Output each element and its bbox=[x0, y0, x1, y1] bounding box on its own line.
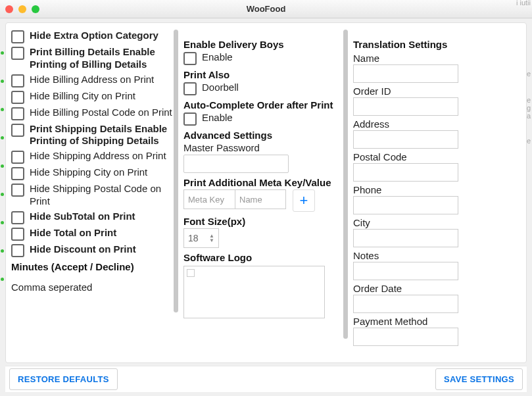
print-option-checkbox[interactable] bbox=[11, 47, 24, 60]
font-size-heading: Font Size(px) bbox=[183, 216, 343, 227]
print-option-label: Hide Shipping Postal Code on Print bbox=[30, 183, 173, 208]
column-translation: Translation Settings NameOrder IDAddress… bbox=[348, 23, 526, 362]
translation-field-label: Payment Method bbox=[353, 316, 521, 327]
translation-field-input[interactable] bbox=[353, 262, 458, 280]
plus-icon: + bbox=[300, 192, 308, 209]
doorbell-label: Doorbell bbox=[202, 82, 239, 94]
delivery-boys-heading: Enable Delivery Boys bbox=[183, 39, 343, 50]
print-option-label: Hide Extra Option Category bbox=[30, 30, 158, 42]
print-option-row: Hide Discount on Print bbox=[11, 243, 173, 257]
print-option-label: Hide Billing Address on Print bbox=[30, 74, 154, 86]
print-option-row: Print Shipping Details Enable Printing o… bbox=[11, 123, 173, 148]
print-option-label: Hide Shipping Address on Print bbox=[30, 150, 166, 162]
print-option-row: Hide Shipping Postal Code on Print bbox=[11, 183, 173, 208]
print-option-checkbox[interactable] bbox=[11, 124, 24, 137]
translation-field-input[interactable] bbox=[353, 64, 458, 83]
minutes-note: Comma seperated bbox=[11, 282, 173, 293]
column-middle-settings: Enable Delivery Boys Enable Print Also D… bbox=[178, 23, 348, 362]
print-option-row: Hide SubTotal on Print bbox=[11, 210, 173, 224]
advanced-settings-heading: Advanced Settings bbox=[183, 130, 343, 141]
print-option-checkbox[interactable] bbox=[11, 107, 24, 120]
print-option-label: Print Shipping Details Enable Printing o… bbox=[30, 123, 173, 148]
print-option-row: Hide Total on Print bbox=[11, 227, 173, 241]
window-title: WooFood bbox=[0, 4, 532, 14]
print-option-row: Hide Billing Address on Print bbox=[11, 74, 173, 87]
print-option-label: Hide Discount on Print bbox=[30, 243, 136, 256]
enable-delivery-label: Enable bbox=[202, 51, 233, 64]
doorbell-checkbox[interactable] bbox=[183, 82, 197, 95]
translation-field-input[interactable] bbox=[353, 328, 458, 346]
translation-field-label: Order Date bbox=[353, 283, 521, 294]
auto-complete-checkbox[interactable] bbox=[183, 112, 197, 126]
translation-field-input[interactable] bbox=[353, 97, 458, 116]
translation-field-input[interactable] bbox=[353, 196, 458, 214]
bg-fragment: i iutii bbox=[516, 0, 531, 7]
print-option-row: Hide Shipping City on Print bbox=[11, 166, 173, 180]
meta-key-input[interactable]: Meta Key bbox=[183, 189, 235, 209]
chevron-down-icon[interactable]: ▼ bbox=[209, 238, 214, 243]
content-area: Hide Extra Option CategoryPrint Billing … bbox=[5, 22, 527, 363]
meta-name-input[interactable]: Name bbox=[235, 189, 286, 209]
font-size-value: 18 bbox=[188, 233, 199, 243]
meta-row: Meta Key Name + bbox=[183, 189, 343, 212]
print-option-label: Hide Billing Postal Code on Print bbox=[30, 107, 172, 119]
auto-complete-heading: Auto-Complete Order after Print bbox=[183, 99, 343, 111]
print-option-row: Hide Shipping Address on Print bbox=[11, 150, 173, 164]
translation-field-label: Address bbox=[353, 118, 521, 130]
auto-complete-label: Enable bbox=[202, 112, 233, 124]
meta-heading: Print Additional Meta Key/Value bbox=[183, 177, 343, 188]
scrollbar-col2[interactable] bbox=[343, 23, 348, 351]
bg-fragment: ega bbox=[527, 96, 531, 120]
bg-fragment: e bbox=[527, 137, 531, 145]
master-password-label: Master Password bbox=[183, 142, 343, 153]
close-icon[interactable] bbox=[5, 5, 13, 13]
print-option-checkbox[interactable] bbox=[11, 244, 24, 257]
titlebar: WooFood i iutii bbox=[0, 0, 532, 18]
translation-field-label: Postal Code bbox=[353, 151, 521, 162]
column-print-options: Hide Extra Option CategoryPrint Billing … bbox=[6, 23, 178, 362]
print-option-row: Hide Billing City on Print bbox=[11, 90, 173, 104]
print-option-checkbox[interactable] bbox=[11, 91, 24, 104]
print-option-checkbox[interactable] bbox=[11, 74, 24, 87]
print-option-label: Hide SubTotal on Print bbox=[30, 210, 135, 223]
software-logo-box[interactable] bbox=[183, 266, 325, 318]
print-option-checkbox[interactable] bbox=[11, 211, 24, 224]
print-also-heading: Print Also bbox=[183, 69, 343, 80]
master-password-input[interactable] bbox=[183, 155, 289, 173]
translation-field-label: Notes bbox=[353, 250, 521, 261]
translation-field-input[interactable] bbox=[353, 229, 458, 247]
print-option-checkbox[interactable] bbox=[11, 167, 24, 180]
print-option-checkbox[interactable] bbox=[11, 30, 24, 43]
font-size-stepper[interactable]: 18 ▲ ▼ bbox=[183, 228, 219, 248]
translation-field-label: Name bbox=[353, 53, 521, 64]
print-option-label: Hide Shipping City on Print bbox=[30, 166, 147, 179]
print-option-label: Hide Total on Print bbox=[30, 227, 116, 239]
print-option-label: Hide Billing City on Print bbox=[30, 90, 135, 103]
print-option-row: Print Billing Details Enable Printing of… bbox=[11, 46, 173, 71]
enable-delivery-checkbox[interactable] bbox=[183, 52, 197, 65]
translation-field-label: City bbox=[353, 217, 521, 228]
print-option-checkbox[interactable] bbox=[11, 184, 24, 197]
print-option-row: Hide Billing Postal Code on Print bbox=[11, 107, 173, 120]
decorative-dots bbox=[0, 22, 5, 396]
window-controls bbox=[5, 5, 39, 13]
logo-placeholder bbox=[187, 269, 195, 277]
translation-field-input[interactable] bbox=[353, 163, 458, 182]
print-option-checkbox[interactable] bbox=[11, 151, 24, 164]
stepper-arrows: ▲ ▼ bbox=[209, 234, 214, 243]
print-option-checkbox[interactable] bbox=[11, 228, 24, 241]
scrollbar-col1[interactable] bbox=[174, 23, 178, 351]
add-meta-button[interactable]: + bbox=[293, 189, 315, 212]
bg-fragment: e bbox=[527, 70, 531, 78]
minimize-icon[interactable] bbox=[18, 5, 26, 13]
software-logo-heading: Software Logo bbox=[183, 252, 343, 263]
maximize-icon[interactable] bbox=[32, 5, 39, 13]
translation-field-input[interactable] bbox=[353, 130, 458, 149]
translation-heading: Translation Settings bbox=[353, 39, 521, 50]
translation-field-input[interactable] bbox=[353, 295, 458, 313]
translation-field-label: Order ID bbox=[353, 86, 521, 97]
restore-defaults-button[interactable]: RESTORE DEFAULTS bbox=[9, 368, 118, 390]
translation-field-label: Phone bbox=[353, 184, 521, 195]
footer: RESTORE DEFAULTS SAVE SETTINGS bbox=[5, 366, 527, 392]
save-settings-button[interactable]: SAVE SETTINGS bbox=[435, 368, 523, 390]
